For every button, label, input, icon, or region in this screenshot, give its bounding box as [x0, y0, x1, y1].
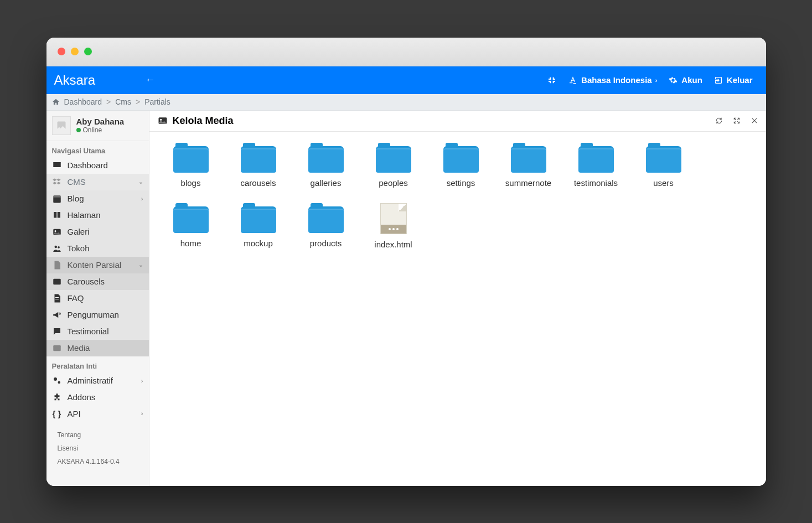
folder-label: blogs: [181, 178, 201, 188]
compress-icon: [547, 75, 557, 85]
sidebar-item-pengumuman[interactable]: Pengumuman: [46, 307, 149, 323]
logout-button[interactable]: Keluar: [708, 75, 758, 85]
user-block[interactable]: Aby Dahana Online: [46, 111, 149, 141]
content-header: Kelola Media: [149, 111, 766, 132]
folder-label: mockup: [244, 239, 273, 248]
license-link[interactable]: Lisensi: [58, 442, 138, 455]
folder-icon: [443, 143, 479, 173]
folder-icon: [173, 143, 209, 173]
chevron-down-icon: ⌄: [138, 261, 143, 268]
sidebar-item-carousels[interactable]: Carousels: [46, 273, 149, 290]
sidebar-item-media[interactable]: Media: [46, 340, 149, 356]
code-icon: { }: [52, 409, 62, 418]
logout-icon: [713, 75, 723, 85]
sidebar-item-cms[interactable]: CMS ⌄: [46, 174, 149, 190]
folder-item[interactable]: settings: [427, 143, 495, 188]
folder-item[interactable]: blogs: [157, 143, 225, 188]
folder-label: summernote: [505, 178, 551, 188]
image-icon: [52, 227, 62, 237]
picture-icon: [52, 343, 62, 353]
sidebar-item-api[interactable]: { } API ›: [46, 406, 149, 422]
folder-item[interactable]: testimonials: [562, 143, 630, 188]
folder-label: galleries: [311, 178, 342, 188]
folder-label: home: [180, 239, 201, 248]
folder-item[interactable]: peoples: [360, 143, 427, 188]
titlebar: [46, 38, 766, 66]
language-selector[interactable]: Bahasa Indonesia ›: [562, 75, 663, 85]
account-menu[interactable]: Akun: [663, 75, 708, 85]
folder-item[interactable]: users: [630, 143, 697, 188]
logout-label: Keluar: [727, 75, 753, 85]
about-link[interactable]: Tentang: [58, 428, 138, 442]
puzzle-icon: [52, 392, 62, 402]
sidebar-item-testimonial[interactable]: Testimonial: [46, 323, 149, 340]
folder-item[interactable]: products: [292, 203, 360, 249]
sidebar-item-halaman[interactable]: Halaman: [46, 207, 149, 224]
users-icon: [52, 244, 62, 253]
svg-point-3: [54, 230, 56, 232]
svg-point-9: [58, 381, 60, 384]
file-label: index.html: [374, 240, 412, 249]
page-title: Kelola Media: [157, 115, 234, 127]
nav-header: Navigasi Utama: [46, 141, 149, 157]
folder-item[interactable]: carousels: [225, 143, 292, 188]
language-label: Bahasa Indonesia: [581, 75, 652, 85]
picture-icon: [157, 115, 168, 126]
folder-label: products: [310, 239, 342, 248]
breadcrumb-item[interactable]: Cms: [115, 97, 131, 106]
maximize-window-icon[interactable]: [84, 48, 92, 55]
monitor-icon: [52, 160, 62, 170]
user-status: Online: [76, 126, 125, 134]
sidebar-item-tokoh[interactable]: Tokoh: [46, 240, 149, 257]
file-icon: [52, 260, 62, 270]
account-label: Akun: [681, 75, 702, 85]
bullhorn-icon: [52, 310, 62, 320]
folder-item[interactable]: mockup: [225, 203, 292, 249]
sidebar-item-dashboard[interactable]: Dashboard: [46, 157, 149, 174]
folder-item[interactable]: galleries: [292, 143, 360, 188]
close-button[interactable]: [751, 117, 758, 125]
chevron-down-icon: ⌄: [138, 178, 143, 185]
folder-item[interactable]: home: [157, 203, 225, 249]
breadcrumb-item[interactable]: Partials: [144, 97, 170, 106]
sidebar-item-galeri[interactable]: Galeri: [46, 224, 149, 240]
folder-icon: [173, 203, 209, 233]
avatar: [52, 116, 71, 135]
folder-item[interactable]: summernote: [495, 143, 562, 188]
folder-icon: [646, 143, 681, 173]
sidebar-item-konten-parsial[interactable]: Konten Parsial ⌄: [46, 257, 149, 273]
status-dot-icon: [76, 128, 81, 132]
breadcrumb-item[interactable]: Dashboard: [64, 97, 102, 106]
back-arrow-icon[interactable]: ←: [145, 74, 155, 86]
file-item[interactable]: index.html: [360, 203, 427, 249]
gear-icon: [668, 75, 678, 85]
gallery-icon: [52, 277, 62, 287]
folder-label: testimonials: [574, 178, 618, 188]
sidebar-item-addons[interactable]: Addons: [46, 389, 149, 406]
calendar-icon: [52, 194, 62, 204]
folder-icon: [578, 143, 614, 173]
folder-icon: [241, 143, 276, 173]
dropbox-icon: [52, 177, 62, 187]
folder-label: settings: [447, 178, 475, 188]
sidebar-item-blog[interactable]: Blog ›: [46, 190, 149, 207]
topbar: Aksara ← Bahasa Indonesia › Akun Keluar: [46, 66, 766, 94]
cogs-icon: [52, 376, 62, 386]
content-area: Kelola Media blo: [149, 111, 766, 486]
close-window-icon[interactable]: [58, 48, 65, 55]
document-icon: [52, 293, 62, 303]
chat-icon: [52, 327, 62, 336]
refresh-button[interactable]: [715, 117, 723, 125]
svg-point-8: [54, 377, 57, 381]
home-icon[interactable]: [52, 98, 60, 106]
fullscreen-toggle[interactable]: [541, 75, 562, 85]
sidebar-footer: Tentang Lisensi AKSARA 4.1.164-0.4: [46, 422, 149, 475]
folder-icon: [308, 203, 344, 233]
nav-header: Peralatan Inti: [46, 356, 149, 372]
minimize-window-icon[interactable]: [71, 48, 79, 55]
file-icon: [380, 203, 407, 234]
expand-button[interactable]: [733, 117, 741, 125]
sidebar-item-faq[interactable]: FAQ: [46, 290, 149, 307]
sidebar-item-administratif[interactable]: Administratif ›: [46, 372, 149, 389]
brand[interactable]: Aksara: [54, 73, 146, 88]
